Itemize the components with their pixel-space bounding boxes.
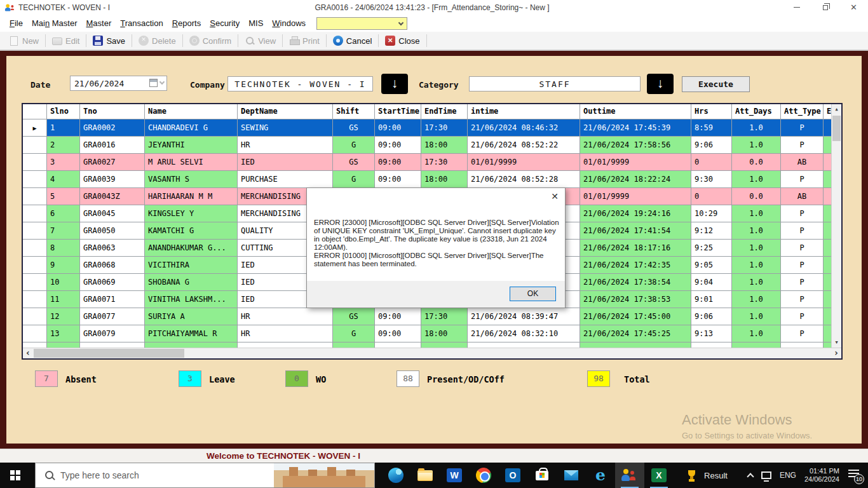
grid-cell[interactable]: GS [333,308,375,325]
row-selector[interactable] [23,154,47,171]
edit-toolbar-button[interactable]: Edit [47,34,85,48]
grid-cell[interactable]: 9:05 [691,257,732,274]
grid-cell[interactable]: 1.0 [732,308,781,325]
grid-cell[interactable]: 21/06/2024 17:42:35 [580,257,691,274]
column-header-outtime[interactable]: Outtime [580,104,691,119]
row-selector[interactable] [23,325,47,342]
grid-cell[interactable]: P [781,205,824,222]
grid-cell[interactable]: 8 [47,240,80,257]
grid-cell[interactable]: 21/06/2024 17:45:39 [580,119,691,137]
grid-cell[interactable]: 0.0 [732,154,781,171]
grid-cell[interactable]: HARIHAARAN M M [145,188,238,205]
grid-cell[interactable]: 17:30 [421,154,468,171]
taskbar-app-ie[interactable]: e [586,463,615,488]
grid-cell[interactable]: 21/06/2024 08:52:28 [468,171,580,188]
menu-main-master[interactable]: Main Master [27,17,82,30]
notification-center[interactable]: 10 [848,468,863,483]
grid-cell[interactable]: 09:00 [375,154,421,171]
column-header-deptname[interactable]: DeptName [238,104,333,119]
grid-cell[interactable]: 18:00 [421,171,468,188]
grid-cell[interactable]: GRA0043Z [80,188,145,205]
column-header-endtime[interactable]: EndTime [421,104,468,119]
horizontal-scroll-thumb[interactable] [34,349,184,358]
grid-cell[interactable]: 1.0 [732,325,781,342]
table-row[interactable]: 4GRA0039VASANTH SPURCHASEG09:0018:0021/0… [23,171,843,188]
grid-cell[interactable]: 1.0 [732,274,781,291]
grid-cell[interactable]: VICITHIRA [145,257,238,274]
delete-toolbar-button[interactable]: Delete [133,34,181,48]
grid-cell[interactable]: 0.0 [732,188,781,205]
grid-cell[interactable]: 09:00 [375,308,421,325]
grid-cell[interactable]: 21/06/2024 17:45:25 [580,325,691,342]
grid-cell[interactable]: 3 [47,154,80,171]
taskbar-app-explorer[interactable] [410,463,440,488]
grid-cell[interactable]: SURIYA A [145,308,238,325]
grid-cell[interactable]: 1.0 [732,257,781,274]
grid-cell[interactable]: 6 [47,205,80,222]
grid-cell[interactable]: KAMATCHI G [145,222,238,240]
column-header-shift[interactable]: Shift [333,104,375,119]
taskbar-app-people[interactable] [615,463,644,488]
grid-cell[interactable]: P [781,171,824,188]
taskbar-app-edge[interactable] [381,463,410,488]
grid-cell[interactable]: G [333,325,375,342]
grid-cell[interactable]: P [781,222,824,240]
grid-cell[interactable]: 9:30 [691,171,732,188]
grid-cell[interactable]: SEWING [238,119,333,137]
grid-cell[interactable]: AB [781,188,824,205]
search-highlight-image[interactable] [274,463,374,487]
grid-cell[interactable]: 9:25 [691,240,732,257]
grid-cell[interactable]: 1.0 [732,119,781,137]
grid-cell[interactable]: P [781,240,824,257]
grid-cell[interactable]: 9:13 [691,325,732,342]
column-header-tno[interactable]: Tno [80,104,145,119]
menu-security[interactable]: Security [205,17,244,30]
menu-mis[interactable]: MIS [244,17,268,30]
row-selector[interactable] [23,257,47,274]
grid-cell[interactable]: P [781,308,824,325]
taskbar-search[interactable]: Type here to search [35,463,375,488]
grid-cell[interactable]: GRA0016 [80,137,145,154]
grid-cell[interactable]: 12 [47,308,80,325]
clock[interactable]: 01:41 PM 24/06/2024 [804,467,839,484]
grid-cell[interactable]: 7 [47,222,80,240]
grid-cell[interactable]: G [333,137,375,154]
grid-cell[interactable]: IED [238,154,333,171]
grid-cell[interactable]: 1.0 [732,171,781,188]
grid-cell[interactable]: GRA0050 [80,222,145,240]
grid-cell[interactable]: 13 [47,325,80,342]
grid-cell[interactable]: CHANDRADEVI G [145,119,238,137]
grid-cell[interactable]: GRA0027 [80,154,145,171]
grid-cell[interactable]: 10 [47,274,80,291]
grid-cell[interactable]: 21/06/2024 08:46:32 [468,119,580,137]
grid-cell[interactable]: 0 [691,188,732,205]
grid-cell[interactable]: 2 [47,137,80,154]
grid-cell[interactable]: P [781,325,824,342]
grid-cell[interactable]: GS [333,154,375,171]
print-toolbar-button[interactable]: Print [284,34,325,48]
grid-cell[interactable]: 9:01 [691,291,732,308]
vertical-scrollbar[interactable]: ▲ ▼ [831,104,841,348]
grid-cell[interactable]: 11 [47,291,80,308]
grid-cell[interactable]: GRA0079 [80,325,145,342]
menu-combobox[interactable] [316,17,407,30]
grid-cell[interactable]: 21/06/2024 18:22:24 [580,171,691,188]
grid-cell[interactable]: VASANTH S [145,171,238,188]
company-load-button[interactable]: ↓ [381,74,408,94]
grid-cell[interactable]: P [781,291,824,308]
horizontal-scrollbar[interactable]: ‹ › [23,348,841,358]
grid-cell[interactable]: GS [333,119,375,137]
grid-cell[interactable]: GRA0069 [80,274,145,291]
grid-cell[interactable]: 21/06/2024 17:38:54 [580,274,691,291]
grid-cell[interactable]: 17:30 [421,119,468,137]
company-input[interactable]: TECHNOTEK - WOVEN - I [227,76,373,92]
grid-cell[interactable]: GRA0002 [80,119,145,137]
grid-cell[interactable]: 21/06/2024 08:32:10 [468,325,580,342]
grid-cell[interactable]: GRA0077 [80,308,145,325]
menu-windows[interactable]: Windows [268,17,310,30]
grid-cell[interactable]: 09:00 [375,171,421,188]
category-load-button[interactable]: ↓ [647,74,674,94]
table-row[interactable]: 13GRA0079PITCHAIYAMMAL RHRG09:0018:0021/… [23,325,843,342]
row-selector[interactable] [23,205,47,222]
grid-cell[interactable]: P [781,257,824,274]
